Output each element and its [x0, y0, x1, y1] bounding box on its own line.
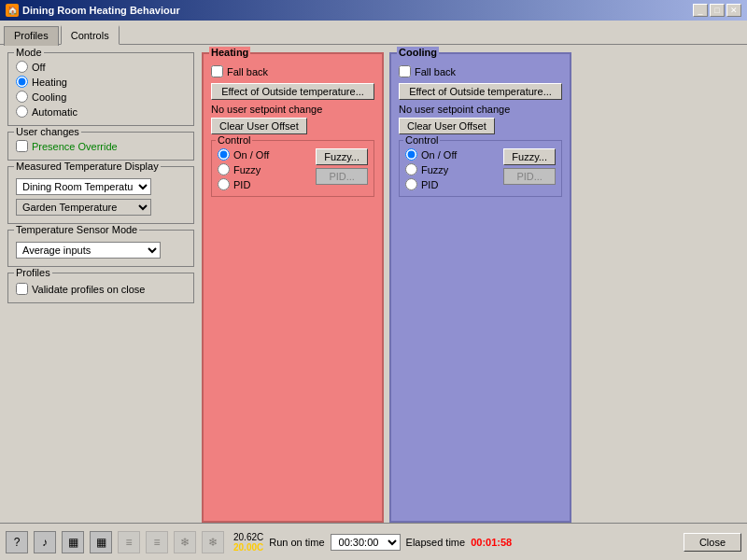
elapsed-time-value: 00:01:58 — [471, 537, 512, 548]
app-icon: 🏠 — [6, 4, 19, 17]
close-button[interactable]: Close — [684, 533, 741, 552]
snowflake-icon: ❄ — [174, 531, 196, 553]
temp-bottom: 20.00C — [233, 542, 263, 553]
right-panels: Heating Fall back Effect of Outside temp… — [202, 52, 740, 523]
chart2-icon[interactable]: ▦ — [90, 531, 112, 553]
heating-clear-offset-button[interactable]: Clear User Offset — [211, 118, 307, 134]
cooling-pid-radio[interactable]: PID — [405, 178, 457, 190]
title-bar-left: 🏠 Dining Room Heating Behaviour — [6, 4, 180, 17]
cooling-control-label: Control — [403, 134, 440, 146]
temp-top: 20.62C — [233, 532, 263, 542]
measured-temp-group: Measured Temperature Display Dining Room… — [7, 166, 194, 224]
heating-pid-radio[interactable]: PID — [218, 178, 269, 190]
profiles-group-label: Profiles — [14, 267, 52, 278]
cooling-fuzzy-radio[interactable]: Fuzzy — [405, 163, 457, 175]
run-on-time-input[interactable]: 00:30:00 — [331, 534, 401, 551]
cooling-fallback-label: Fall back — [415, 66, 456, 77]
cooling-fuzzy-button[interactable]: Fuzzy... — [503, 148, 556, 165]
mode-group: Mode Off Heating Cooling Automatic — [7, 52, 194, 126]
temperature-display: 20.62C 20.00C — [233, 532, 263, 553]
mode-group-label: Mode — [14, 47, 44, 58]
presence-override-checkbox[interactable]: Presence Override — [16, 140, 186, 152]
heating-pid-button: PID... — [316, 168, 368, 185]
mode-heating[interactable]: Heating — [16, 76, 186, 88]
tab-controls[interactable]: Controls — [61, 25, 120, 45]
cooling-on-off-radio[interactable]: On / Off — [405, 148, 457, 161]
chart1-icon[interactable]: ▦ — [62, 531, 84, 553]
heating-panel: Heating Fall back Effect of Outside temp… — [202, 52, 384, 523]
cooling-control-group: Control On / Off Fuzzy PID — [399, 140, 562, 197]
cooling-clear-offset-button[interactable]: Clear User Offset — [399, 118, 495, 134]
cooling-no-user-label: No user setpoint change — [399, 104, 562, 115]
window-title: Dining Room Heating Behaviour — [22, 5, 180, 16]
user-changes-label: User changes — [14, 126, 81, 137]
cooling-effect-button[interactable]: Effect of Outside temperature... — [399, 83, 562, 100]
cooling-control-buttons: Fuzzy... PID... — [503, 148, 556, 185]
mode-cooling[interactable]: Cooling — [16, 91, 186, 103]
snowflake2-icon: ❄ — [202, 531, 224, 553]
cooling-fallback-checkbox[interactable]: Fall back — [399, 65, 562, 77]
user-changes-group: User changes Presence Override — [7, 132, 194, 161]
cooling-panel-label: Cooling — [397, 47, 439, 58]
heating-effect-button[interactable]: Effect of Outside temperature... — [211, 83, 374, 100]
heating-fuzzy-button[interactable]: Fuzzy... — [316, 148, 368, 165]
cooling-pid-button: PID... — [503, 168, 556, 185]
cooling-control-radios: On / Off Fuzzy PID — [405, 148, 457, 190]
mode-radio-group: Off Heating Cooling Automatic — [16, 61, 186, 118]
mode-off[interactable]: Off — [16, 61, 186, 73]
presence-override-label: Presence Override — [32, 141, 118, 152]
temp-sensor-dropdown[interactable]: Average inputs — [16, 242, 161, 259]
validate-profiles-checkbox[interactable]: Validate profiles on close — [16, 283, 186, 295]
main-content: Mode Off Heating Cooling Automatic User … — [0, 45, 747, 530]
list1-icon: ≡ — [118, 531, 140, 553]
temp-display-dropdown[interactable]: Dining Room Temperature Garden Temperatu… — [16, 178, 151, 195]
heating-control-buttons: Fuzzy... PID... — [316, 148, 368, 185]
elapsed-time-label: Elapsed time — [406, 537, 466, 548]
temp-sensor-label: Temperature Sensor Mode — [14, 224, 139, 235]
heating-on-off-radio[interactable]: On / Off — [218, 148, 269, 161]
title-buttons[interactable]: _ □ ✕ — [693, 4, 741, 17]
left-panel: Mode Off Heating Cooling Automatic User … — [7, 52, 194, 523]
heating-no-user-label: No user setpoint change — [211, 104, 374, 115]
tab-profiles[interactable]: Profiles — [4, 26, 59, 46]
heating-control-radios: On / Off Fuzzy PID — [218, 148, 269, 190]
tab-bar: Profiles Controls — [0, 21, 747, 45]
maximize-button[interactable]: □ — [710, 4, 725, 17]
heating-fallback-label: Fall back — [227, 66, 268, 77]
heating-control-group: Control On / Off Fuzzy PID — [211, 140, 374, 197]
heating-fallback-checkbox[interactable]: Fall back — [211, 65, 374, 77]
profiles-group: Profiles Validate profiles on close — [7, 273, 194, 303]
minimize-button[interactable]: _ — [693, 4, 708, 17]
heating-fuzzy-radio[interactable]: Fuzzy — [218, 163, 269, 175]
help-icon[interactable]: ? — [6, 531, 28, 553]
list2-icon: ≡ — [146, 531, 168, 553]
close-window-button[interactable]: ✕ — [726, 4, 741, 17]
mode-automatic[interactable]: Automatic — [16, 105, 186, 118]
garden-temp-dropdown[interactable]: Garden Temperature — [16, 199, 151, 216]
audio-icon[interactable]: ♪ — [34, 531, 56, 553]
measured-temp-label: Measured Temperature Display — [14, 161, 161, 172]
heating-control-label: Control — [216, 134, 252, 146]
validate-profiles-label: Validate profiles on close — [32, 284, 145, 295]
status-bar: ? ♪ ▦ ▦ ≡ ≡ ❄ ❄ 20.62C 20.00C Run on tim… — [0, 523, 747, 560]
run-on-time-label: Run on time — [269, 537, 324, 548]
cooling-panel: Cooling Fall back Effect of Outside temp… — [389, 52, 571, 523]
heating-panel-label: Heating — [209, 47, 250, 58]
title-bar: 🏠 Dining Room Heating Behaviour _ □ ✕ — [0, 0, 747, 21]
temp-sensor-group: Temperature Sensor Mode Average inputs — [7, 230, 194, 267]
